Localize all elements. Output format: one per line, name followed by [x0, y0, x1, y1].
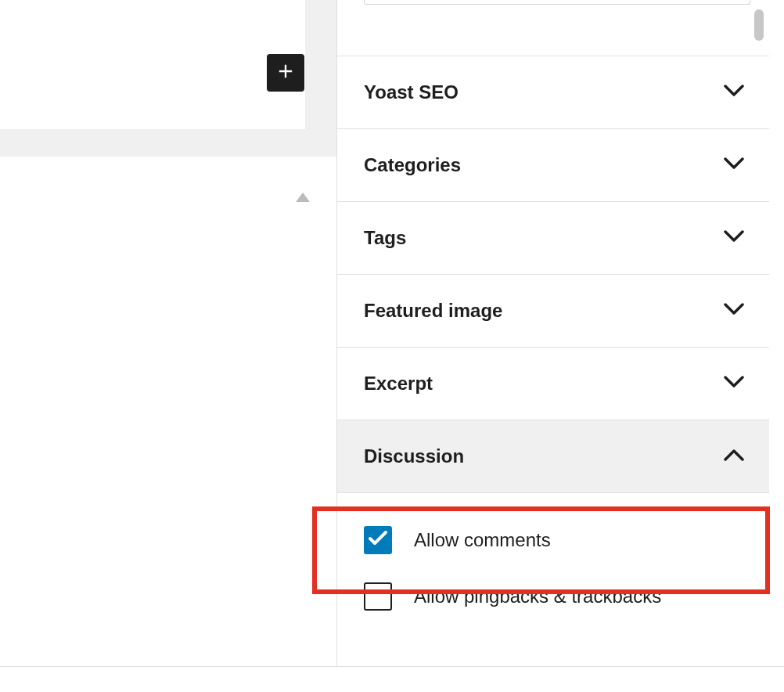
- panel-title: Excerpt: [364, 373, 433, 395]
- collapse-triangle-button[interactable]: [296, 191, 310, 205]
- allow-pingbacks-checkbox[interactable]: [364, 582, 392, 611]
- allow-pingbacks-label: Allow pingbacks & trackbacks: [414, 586, 661, 607]
- panel-title: Tags: [364, 227, 406, 249]
- discussion-panel-content: Allow comments Allow pingbacks & trackba…: [337, 493, 769, 662]
- panel-categories[interactable]: Categories: [337, 128, 769, 202]
- chevron-up-icon: [724, 449, 744, 465]
- editor-canvas-area: [0, 0, 336, 692]
- panel-title: Categories: [364, 154, 461, 176]
- editor-lower-area: [0, 157, 336, 692]
- panel-discussion[interactable]: Discussion: [337, 420, 769, 493]
- chevron-down-icon: [724, 85, 744, 101]
- input-field-bottom-edge: [364, 0, 750, 5]
- panel-tags[interactable]: Tags: [337, 201, 769, 275]
- panel-title: Featured image: [364, 300, 502, 322]
- allow-pingbacks-row: Allow pingbacks & trackbacks: [364, 568, 744, 625]
- panel-yoast-seo[interactable]: Yoast SEO: [337, 56, 769, 129]
- triangle-up-icon: [296, 191, 310, 204]
- bottom-divider: [0, 666, 784, 667]
- panel-title: Discussion: [364, 445, 464, 467]
- settings-sidebar: Yoast SEO Categories Tags Featured image: [336, 0, 768, 667]
- add-block-button[interactable]: [267, 54, 304, 92]
- plus-icon: [275, 60, 297, 85]
- chevron-down-icon: [724, 157, 744, 174]
- panel-featured-image[interactable]: Featured image: [337, 274, 769, 348]
- chevron-down-icon: [724, 303, 744, 319]
- panel-list: Yoast SEO Categories Tags Featured image: [337, 56, 769, 662]
- allow-comments-label: Allow comments: [414, 529, 551, 551]
- check-icon: [368, 530, 388, 550]
- editor-content-block: [0, 0, 305, 129]
- panel-title: Yoast SEO: [364, 81, 459, 103]
- panel-excerpt[interactable]: Excerpt: [337, 347, 769, 420]
- scrollbar-thumb[interactable]: [754, 9, 764, 41]
- allow-comments-checkbox[interactable]: [364, 526, 392, 554]
- chevron-down-icon: [724, 376, 744, 392]
- chevron-down-icon: [724, 230, 744, 247]
- allow-comments-row: Allow comments: [364, 512, 744, 568]
